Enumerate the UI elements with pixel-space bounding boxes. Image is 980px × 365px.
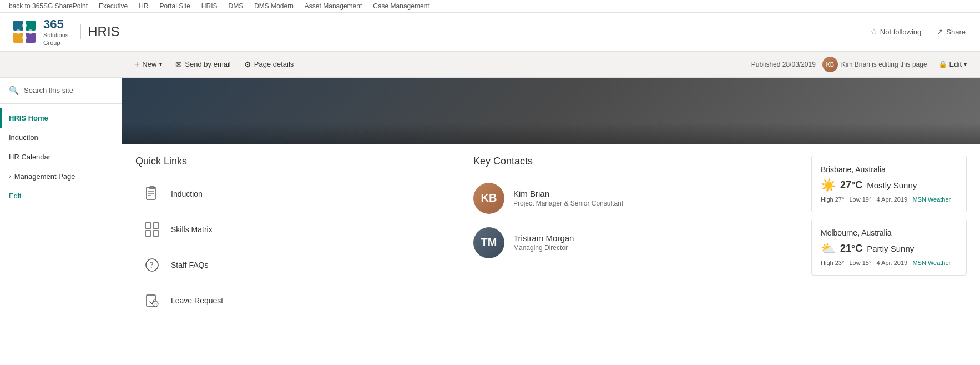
quick-link-staff-faqs-label: Staff FAQs	[171, 261, 208, 269]
brisbane-weather-main: ☀️ 27°C Mostly Sunny	[821, 178, 957, 193]
contact-role-kim: Project Manager & Senior Consultant	[513, 199, 623, 207]
key-contacts-section: Key Contacts KB Kim Brian Project Manage…	[473, 156, 798, 318]
sidebar-nav: HRIS Home Induction HR Calendar › Manage…	[0, 104, 122, 210]
topnav-executive[interactable]: Executive	[99, 2, 128, 10]
sidebar-item-management-page[interactable]: › Management Page	[0, 167, 122, 186]
sidebar-edit-label: Edit	[9, 192, 21, 200]
svg-point-5	[16, 29, 21, 34]
brisbane-details: High 27° Low 19° 4 Apr. 2019 MSN Weather	[821, 196, 957, 203]
svg-rect-0	[13, 21, 23, 31]
hero-banner	[122, 78, 980, 144]
svg-text:?: ?	[150, 261, 153, 269]
quick-link-induction[interactable]: Induction	[135, 176, 460, 212]
company-logo[interactable]	[11, 18, 38, 45]
key-contacts-title: Key Contacts	[473, 156, 798, 167]
svg-rect-2	[13, 33, 23, 43]
share-icon: ↗	[937, 27, 943, 36]
sidebar-item-induction[interactable]: Induction	[0, 128, 122, 147]
toolbar-right: Published 28/03/2019 KB Kim Brian is edi…	[751, 57, 971, 72]
quick-link-induction-label: Induction	[171, 189, 203, 198]
staff-faqs-icon: ?	[142, 255, 162, 275]
topnav-case-management[interactable]: Case Management	[373, 2, 429, 10]
share-button[interactable]: ↗ Share	[933, 25, 969, 38]
sidebar-item-label: HRIS Home	[9, 114, 48, 122]
quick-link-leave-request[interactable]: ☞ Leave Request	[135, 283, 460, 318]
quick-link-skills-matrix-label: Skills Matrix	[171, 225, 213, 234]
melbourne-date: 4 Apr. 2019	[877, 259, 908, 266]
contact-role-tristram: Managing Director	[513, 244, 574, 252]
melbourne-low: Low 15°	[850, 259, 872, 266]
topnav-dms-modern[interactable]: DMS Modern	[254, 2, 294, 10]
contact-tristram-morgan: TM Tristram Morgan Managing Director	[473, 221, 798, 265]
topnav-hr[interactable]: HR	[139, 2, 148, 10]
svg-rect-13	[145, 223, 151, 228]
quick-links-title: Quick Links	[135, 156, 460, 167]
quick-link-staff-faqs[interactable]: ? Staff FAQs	[135, 247, 460, 283]
weather-section: Brisbane, Australia ☀️ 27°C Mostly Sunny…	[811, 156, 967, 318]
plus-icon: +	[134, 59, 139, 69]
weather-melbourne: Melbourne, Australia ⛅ 21°C Partly Sunny…	[811, 219, 967, 276]
svg-point-6	[28, 29, 33, 34]
chevron-down-icon: ›	[9, 173, 11, 179]
melbourne-msn-link[interactable]: MSN Weather	[912, 259, 951, 266]
brisbane-weather-icon: ☀️	[821, 178, 836, 193]
svg-rect-3	[26, 33, 36, 43]
contact-info-kim: Kim Brian Project Manager & Senior Consu…	[513, 189, 623, 207]
lock-icon: 🔒	[938, 60, 947, 68]
back-link[interactable]: back to 365SG SharePoint	[9, 2, 88, 10]
svg-rect-14	[153, 223, 159, 228]
main-layout: 🔍 Search this site HRIS Home Induction H…	[0, 78, 980, 348]
brisbane-date: 4 Apr. 2019	[877, 196, 908, 203]
quick-link-skills-matrix[interactable]: Skills Matrix	[135, 212, 460, 247]
search-text: Search this site	[24, 86, 73, 94]
contact-avatar-kim: KB	[473, 183, 504, 214]
published-text: Published 28/03/2019	[751, 61, 816, 68]
edit-button[interactable]: 🔒 Edit ▾	[934, 58, 971, 71]
toolbar: + New ▾ ✉ Send by email ⚙ Page details P…	[0, 52, 980, 78]
logo-area: 365 SolutionsGroup HRIS	[11, 17, 867, 47]
quick-links-section: Quick Links Induction	[135, 156, 460, 318]
sidebar-item-edit[interactable]: Edit	[0, 186, 122, 206]
not-following-button[interactable]: ☆ Not following	[867, 24, 925, 39]
edit-label: Edit	[949, 60, 962, 68]
sidebar-item-hris-home[interactable]: HRIS Home	[0, 108, 122, 128]
topnav-dms[interactable]: DMS	[229, 2, 244, 10]
brisbane-msn-link[interactable]: MSN Weather	[912, 196, 951, 203]
logo-text: 365 SolutionsGroup	[43, 17, 68, 47]
sidebar-item-label: HR Calendar	[9, 153, 50, 161]
contact-name-tristram: Tristram Morgan	[513, 233, 574, 243]
search-area[interactable]: 🔍 Search this site	[0, 78, 122, 104]
share-label: Share	[946, 28, 966, 36]
topnav-portal-site[interactable]: Portal Site	[159, 2, 190, 10]
star-icon: ☆	[870, 27, 877, 37]
editor-text: Kim Brian is editing this page	[841, 61, 927, 68]
send-email-label: Send by email	[185, 60, 230, 68]
melbourne-details: High 23° Low 15° 4 Apr. 2019 MSN Weather	[821, 259, 957, 266]
contact-name-kim: Kim Brian	[513, 189, 623, 198]
page-details-button[interactable]: ⚙ Page details	[239, 57, 300, 72]
content-body: Quick Links Induction	[122, 144, 980, 329]
brisbane-description: Mostly Sunny	[867, 181, 917, 190]
melbourne-weather-icon: ⛅	[821, 242, 836, 256]
svg-point-7	[22, 36, 27, 40]
topnav-hris[interactable]: HRIS	[201, 2, 218, 10]
brisbane-high: High 27°	[821, 196, 844, 203]
logo-number: 365	[43, 17, 68, 32]
email-icon: ✉	[175, 60, 182, 69]
top-navigation: back to 365SG SharePoint Executive HR Po…	[0, 0, 980, 13]
send-email-button[interactable]: ✉ Send by email	[170, 57, 236, 72]
melbourne-weather-main: ⛅ 21°C Partly Sunny	[821, 242, 957, 256]
weather-brisbane: Brisbane, Australia ☀️ 27°C Mostly Sunny…	[811, 156, 967, 212]
svg-rect-9	[150, 187, 154, 189]
header-actions: ☆ Not following ↗ Share	[867, 24, 969, 39]
new-button[interactable]: + New ▾	[129, 56, 168, 73]
editor-area: KB Kim Brian is editing this page	[822, 57, 927, 72]
editor-avatar: KB	[822, 57, 838, 72]
sidebar: 🔍 Search this site HRIS Home Induction H…	[0, 78, 122, 348]
new-label: New	[142, 60, 156, 68]
skills-matrix-icon	[142, 219, 162, 239]
contact-info-tristram: Tristram Morgan Managing Director	[513, 233, 574, 252]
sidebar-item-hr-calendar[interactable]: HR Calendar	[0, 147, 122, 167]
not-following-label: Not following	[880, 28, 921, 36]
topnav-asset-management[interactable]: Asset Management	[305, 2, 362, 10]
